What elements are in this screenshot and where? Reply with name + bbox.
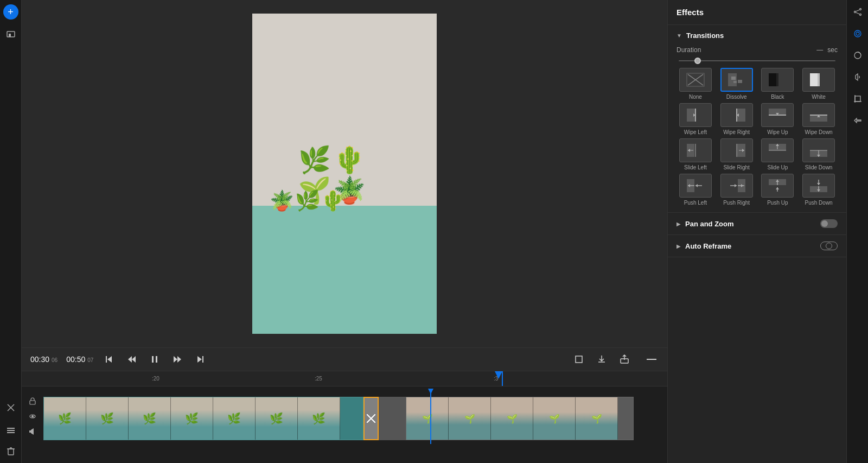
transitions-grid: None Dissolve [676,68,838,206]
transition-thumb-dissolve [720,68,753,92]
audio-icon [29,428,36,435]
auto-reframe-toggle[interactable] [820,242,838,250]
svg-line-107 [856,10,859,11]
right-tool-sidebar [846,0,868,463]
svg-marker-12 [128,356,132,363]
wipe-up-label: Wipe Up [767,129,788,135]
transition-icon-selected [367,414,375,423]
auto-reframe-title: Auto Reframe [685,242,820,250]
transition-slide-left[interactable]: Slide Left [676,138,714,170]
layers-button[interactable] [3,422,18,437]
audio-tool-icon [853,73,862,81]
pan-zoom-title: Pan and Zoom [685,220,820,228]
home-icon [6,29,16,39]
transition-segment-selected[interactable] [363,397,379,440]
trash-icon [6,446,16,456]
crop-button[interactable] [572,352,586,366]
scissors-button[interactable] [3,400,18,415]
trash-button[interactable] [3,443,18,459]
thumb-4 [171,397,213,440]
audio-tool-button[interactable] [850,69,865,85]
push-up-label: Push Up [767,200,788,206]
transition-thumb-push-right [720,174,753,198]
pan-zoom-toggle[interactable] [820,219,838,228]
clip-segment-dark[interactable] [379,397,406,440]
transition-push-right[interactable]: Push Right [718,174,756,206]
transition-slide-down[interactable]: Slide Down [800,138,838,170]
svg-point-104 [859,9,861,10]
svg-point-106 [854,11,856,13]
duration-row: Duration — sec [676,46,838,54]
transition-white[interactable]: White [800,68,838,100]
push-down-icon [809,178,828,193]
home-button[interactable] [3,26,18,41]
transition-none[interactable]: None [676,68,714,100]
wipe-left-label: Wipe Left [684,129,707,135]
playback-controls: 00:30 06 00:50 07 [22,347,667,371]
svg-marker-18 [197,356,202,363]
wipe-right-label: Wipe Right [723,129,750,135]
svg-rect-39 [778,73,786,86]
layers-icon [6,424,16,434]
transition-push-up[interactable]: Push Up [759,174,797,206]
auto-reframe-row[interactable]: ▶ Auto Reframe [676,242,838,250]
share-tool-button[interactable] [850,4,865,20]
left-sidebar: + [0,0,22,463]
track-eye-button[interactable] [26,410,39,423]
svg-rect-43 [818,73,820,86]
svg-rect-1 [9,34,11,37]
pause-button[interactable] [148,352,162,366]
crop-tool-button[interactable] [850,91,865,106]
duration-slider-track[interactable] [679,60,835,61]
svg-rect-42 [820,73,827,86]
white-icon [809,72,828,87]
transition-black[interactable]: Black [759,68,797,100]
transition-wipe-right[interactable]: Wipe Right [718,103,756,135]
clip-segment-teal[interactable] [43,397,363,440]
skip-back-button[interactable] [102,352,116,366]
transition-thumb-wipe-up [761,103,794,127]
transitions-chevron: ▼ [676,33,682,39]
transition-slide-right[interactable]: Slide Right [718,138,756,170]
transitions-title: Transitions [686,31,724,40]
thumb-5 [213,397,256,440]
svg-rect-11 [106,356,107,363]
transition-slide-up[interactable]: Slide Up [759,138,797,170]
wipe-down-icon [809,107,828,123]
transition-push-left[interactable]: Push Left [676,174,714,206]
clip-segment-photo[interactable] [406,397,634,440]
skip-forward-button[interactable] [193,352,207,366]
fast-forward-button[interactable] [170,352,184,366]
skip-back-icon [104,354,114,364]
fast-forward-icon [173,354,182,364]
svg-rect-48 [728,109,737,122]
track-lock-button[interactable] [26,395,39,408]
transition-push-down[interactable]: Push Down [800,174,838,206]
thumb-7 [298,397,340,440]
svg-rect-5 [7,430,15,431]
svg-rect-40 [776,73,778,86]
push-down-label: Push Down [805,200,833,206]
transition-wipe-down[interactable]: Wipe Down [800,103,838,135]
transitions-title-row[interactable]: ▼ Transitions [676,31,838,40]
transition-wipe-up[interactable]: Wipe Up [759,103,797,135]
track-audio-button[interactable] [26,425,39,438]
motion-tool-button[interactable] [850,113,865,128]
export-button[interactable] [595,352,609,366]
transition-wipe-left[interactable]: Wipe Left [676,103,714,135]
svg-rect-7 [8,449,14,455]
duration-slider-handle[interactable] [694,58,701,64]
effects-tool-button[interactable] [850,26,865,41]
wipe-down-label: Wipe Down [805,129,833,135]
menu-button[interactable] [644,356,659,363]
rewind-button[interactable] [125,352,139,366]
pan-zoom-row[interactable]: ▶ Pan and Zoom [676,219,838,228]
color-tool-button[interactable] [850,48,865,63]
share-button[interactable] [617,352,631,366]
white-label: White [812,94,826,100]
transition-dissolve[interactable]: Dissolve [718,68,756,100]
add-button[interactable]: + [3,4,18,20]
plant-scene [252,14,437,334]
photo-thumb-2 [449,397,491,440]
ruler-playhead[interactable] [502,371,503,386]
